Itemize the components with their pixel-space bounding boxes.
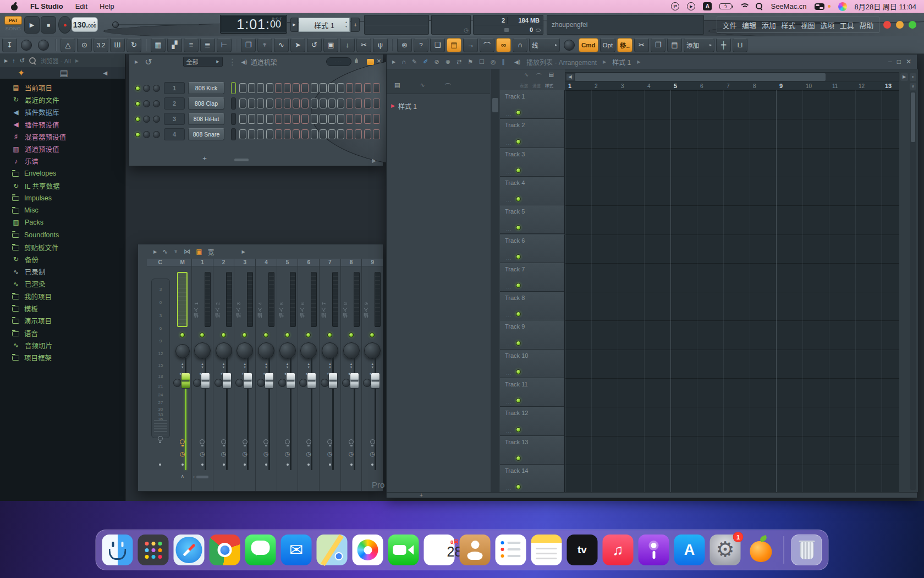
mixer-stereo-knob[interactable] — [215, 379, 223, 387]
channel-number-button[interactable]: 1 — [164, 82, 185, 94]
list-options-button[interactable]: ≡ — [184, 38, 199, 52]
browser-tab-files-icon[interactable]: ▤ — [60, 68, 68, 78]
browser-item-3[interactable]: ◀插件数据库 — [0, 106, 125, 118]
th-patterns-icon[interactable]: ▤ — [548, 72, 553, 80]
browser-search-icon[interactable] — [29, 57, 36, 64]
track-header-9[interactable]: Track 9... — [500, 320, 565, 349]
playlist-grid-rows[interactable] — [565, 90, 899, 492]
mixer-delay-clock-icon[interactable]: ◷ — [370, 450, 375, 457]
browser-item-17[interactable]: ∿已渲染 — [0, 278, 125, 290]
mixer-led[interactable] — [221, 332, 226, 337]
scroll-up-icon[interactable]: ∧ — [910, 83, 916, 90]
render-button[interactable]: ↓ — [340, 38, 355, 52]
pat-mode-button[interactable]: PAT — [4, 16, 22, 25]
step-cell[interactable] — [346, 83, 353, 93]
ruler-bar-number[interactable]: 7 — [727, 83, 730, 89]
ruler-bar-number[interactable]: 5 — [674, 83, 677, 89]
step-cell[interactable] — [346, 99, 353, 108]
mixer-stereo-knob[interactable] — [321, 379, 329, 387]
pattern-selector[interactable]: 样式 1 ▲▼ — [299, 18, 350, 32]
mixer-pan-knob[interactable] — [343, 342, 360, 359]
slider-tool-button[interactable]: ╪ — [716, 38, 731, 52]
dock-launchpad-icon[interactable] — [138, 535, 169, 565]
rack-next-icon[interactable]: ▶ — [372, 157, 376, 163]
rack-play-icon[interactable]: ▶ — [135, 59, 138, 64]
step-cell[interactable] — [293, 99, 300, 108]
stop-button[interactable]: ■ — [41, 16, 56, 34]
step-cell[interactable] — [320, 114, 327, 124]
browser-item-7[interactable]: ♪乐谱 — [0, 155, 125, 167]
playlist-hscrollbar[interactable]: ◀ — [565, 72, 899, 82]
dock-mail-icon[interactable] — [281, 535, 312, 565]
track-header-5[interactable]: Track 5... — [500, 205, 565, 234]
browser-item-2[interactable]: ↻最近的文件 — [0, 94, 125, 106]
mixer-paint-icon[interactable]: ∿ — [162, 248, 168, 255]
ruler-bar-number[interactable]: 10 — [806, 83, 812, 89]
scroll-right-icon[interactable]: ▶ — [900, 73, 908, 81]
channel-pan-knob[interactable] — [143, 100, 150, 107]
mixer-led[interactable] — [327, 332, 332, 337]
input-method-icon[interactable]: A — [703, 2, 712, 10]
dock-podcasts-icon[interactable] — [639, 535, 669, 565]
undo-button[interactable]: ↺ — [307, 38, 322, 52]
pointer-button[interactable]: ➤ — [290, 38, 305, 52]
project-title-field[interactable]: zhoupengfei — [547, 15, 704, 35]
mixer-led[interactable] — [306, 332, 311, 337]
channel-name-button[interactable]: 808 HiHat — [188, 113, 224, 125]
typing-keyboard-button[interactable]: ↧ — [2, 38, 17, 52]
picker-pattern-item[interactable]: ▶ 样式 1 — [387, 100, 490, 112]
channel-number-button[interactable]: 2 — [164, 97, 185, 110]
browser-item-9[interactable]: ↻IL 共享数据 — [0, 179, 125, 192]
mixer-strip-2[interactable]: 2插入 2▲▼◀▶◷ — [213, 259, 234, 491]
time-display[interactable]: 1:01: 00 B:S:T — [220, 15, 287, 34]
dock-reminders-icon[interactable] — [496, 535, 526, 565]
rack-speaker-icon[interactable]: ◀) — [241, 59, 248, 65]
step-cell[interactable] — [266, 99, 273, 108]
picker-tab-audio-icon[interactable]: ∿ — [420, 81, 425, 92]
step-cell[interactable] — [346, 129, 353, 139]
step-cell[interactable] — [311, 114, 318, 124]
mixer-updown-arrows[interactable]: ▲▼ — [307, 362, 310, 369]
channel-volume-knob[interactable] — [153, 131, 160, 138]
mixer-strip-4[interactable]: 4插入 4▲▼◀▶◷ — [255, 259, 277, 491]
browser-item-23[interactable]: 项目框架 — [0, 352, 125, 364]
routing-button[interactable]: ⊢ — [217, 38, 232, 52]
fl-menu-item-8[interactable]: 帮助 — [859, 20, 873, 30]
step-cell[interactable] — [248, 129, 255, 139]
step-cell[interactable] — [257, 129, 264, 139]
browser-back-icon[interactable]: ↺ — [20, 57, 25, 64]
channel-selector[interactable] — [231, 128, 236, 140]
step-cell[interactable] — [337, 129, 344, 139]
pl-paint-icon[interactable]: ✐ — [423, 58, 428, 66]
mixer-stereo-knob[interactable] — [278, 379, 287, 387]
dock-tv-icon[interactable]: tv — [567, 535, 598, 565]
main-pitch-knob[interactable] — [38, 40, 49, 51]
channel-led[interactable] — [135, 101, 140, 106]
step-cell[interactable] — [373, 129, 380, 139]
track-led[interactable] — [516, 484, 521, 489]
tempo-spinner[interactable]: ▲▼ — [93, 20, 96, 28]
dock-photos-icon[interactable] — [353, 535, 383, 565]
step-cell[interactable] — [364, 114, 371, 124]
mixer-strip-6[interactable]: 6插入 6▲▼◀▶◷ — [298, 259, 319, 491]
mixer-stereo-lamp-icon[interactable] — [180, 439, 185, 446]
step-cell[interactable] — [364, 99, 371, 108]
mixer-stereo-lamp-icon[interactable] — [221, 439, 226, 446]
mixer-delay-clock-icon[interactable]: ◷ — [180, 450, 185, 457]
mixer-fader[interactable] — [350, 373, 359, 389]
mixer-updown-arrows[interactable]: ▲▼ — [371, 362, 373, 369]
step-cell[interactable] — [266, 129, 273, 139]
move-button[interactable]: 移.. — [617, 38, 632, 52]
mixer-delay-clock-icon[interactable]: ◷ — [263, 450, 269, 457]
browser-item-16[interactable]: ∿已录制 — [0, 265, 125, 277]
mixer-delay-clock-icon[interactable]: ◷ — [221, 450, 227, 457]
track-header-6[interactable]: Track 6... — [500, 235, 565, 263]
channel-led[interactable] — [135, 132, 140, 137]
mixer-updown-arrows[interactable]: ▲▼ — [265, 362, 267, 369]
play-button[interactable]: ▶ — [24, 16, 40, 34]
browser-item-12[interactable]: ▥Packs — [0, 216, 125, 228]
track-led[interactable] — [516, 312, 521, 317]
rack-graph-editor-icon[interactable]: ılı — [355, 57, 358, 64]
smart-find-button[interactable]: ∿ — [274, 38, 289, 52]
opt-button[interactable]: Opt — [600, 38, 616, 52]
